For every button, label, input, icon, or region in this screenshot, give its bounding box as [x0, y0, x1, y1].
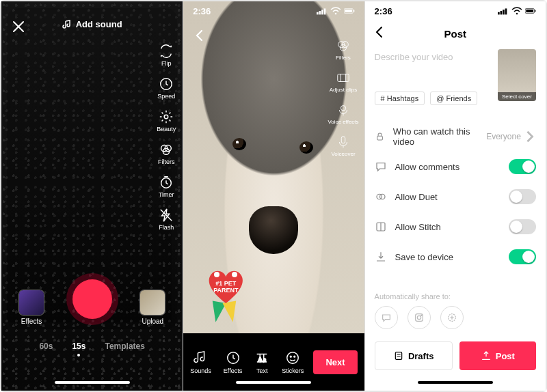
status-bar: 2:36: [183, 1, 364, 20]
plus-circle-icon: [446, 312, 457, 323]
share-more-button[interactable]: [440, 306, 464, 329]
battery-icon: [525, 7, 536, 15]
flash-button[interactable]: Flash: [159, 208, 174, 231]
svg-rect-34: [377, 136, 382, 140]
drafts-label: Drafts: [408, 351, 434, 361]
friends-label: @ Friends: [436, 94, 471, 102]
privacy-value: Everyone: [486, 130, 536, 143]
tab-templates[interactable]: Templates: [105, 341, 144, 356]
tab-15s[interactable]: 15s: [72, 341, 85, 356]
preview-side-tools: Filters Adjust clips Voice effects Voice…: [328, 38, 358, 157]
save-toggle[interactable]: [509, 249, 536, 264]
flip-button[interactable]: Flip: [159, 44, 174, 67]
voice-effects-label: Voice effects: [328, 119, 358, 125]
preview-screen: 2:36 Filters Adjust clips Voice effects …: [183, 1, 364, 391]
speed-label: Speed: [157, 93, 175, 100]
voice-effects-button[interactable]: Voice effects: [328, 102, 358, 125]
filters-label: Filters: [158, 158, 175, 165]
post-settings: Who can watch this video Everyone Allow …: [375, 122, 536, 272]
timer-button[interactable]: Timer: [159, 175, 174, 198]
svg-rect-13: [345, 10, 352, 12]
effects-icon: [19, 290, 44, 315]
message-icon: [381, 312, 392, 323]
flash-label: Flash: [159, 224, 174, 231]
preview-filters-label: Filters: [336, 55, 351, 61]
effects-button[interactable]: Effects: [19, 290, 44, 325]
upload-label: Upload: [142, 318, 163, 325]
speed-button[interactable]: Speed: [157, 76, 175, 100]
svg-rect-9: [321, 10, 323, 14]
comments-toggle[interactable]: [509, 159, 536, 174]
svg-rect-32: [526, 10, 533, 12]
home-indicator[interactable]: [55, 381, 130, 384]
caption-placeholder: Describe your video: [375, 52, 453, 62]
svg-rect-20: [341, 137, 345, 143]
svg-point-40: [421, 315, 421, 316]
text-button[interactable]: AaText: [254, 350, 269, 374]
close-button[interactable]: [12, 20, 25, 36]
wifi-icon: [330, 7, 341, 15]
status-time: 2:36: [193, 6, 211, 16]
post-icon: [481, 350, 492, 361]
drafts-button[interactable]: Drafts: [375, 341, 453, 370]
hashtags-chip[interactable]: # Hashtags: [375, 92, 425, 105]
adjust-clips-button[interactable]: Adjust clips: [330, 70, 357, 93]
duration-tabs: 60s 15s Templates: [1, 341, 183, 356]
svg-rect-42: [395, 352, 401, 360]
friends-chip[interactable]: @ Friends: [430, 92, 477, 105]
instagram-icon: [414, 312, 425, 323]
status-icons: [317, 7, 355, 15]
svg-rect-14: [353, 10, 354, 12]
add-sound-button[interactable]: Add sound: [62, 19, 122, 29]
upload-button[interactable]: Upload: [140, 290, 165, 325]
camera-bottom-row: Effects Upload: [1, 290, 183, 325]
back-button[interactable]: [193, 29, 206, 45]
home-indicator[interactable]: [236, 381, 311, 384]
comments-row: Allow comments: [375, 152, 536, 182]
status-bar: 2:36: [365, 1, 546, 20]
filters-button[interactable]: Filters: [158, 142, 175, 165]
stitch-toggle[interactable]: [509, 219, 536, 234]
share-instagram-button[interactable]: [408, 306, 431, 329]
svg-rect-33: [535, 10, 535, 12]
stickers-label: Stickers: [282, 367, 304, 374]
preview-effects-button[interactable]: Effects: [224, 350, 242, 374]
svg-rect-27: [500, 11, 502, 14]
cover-selector[interactable]: Select cover: [498, 49, 536, 101]
svg-point-39: [417, 316, 421, 319]
pet-parent-sticker[interactable]: #1 PET PARENT: [198, 257, 253, 322]
svg-point-36: [379, 194, 385, 199]
next-button[interactable]: Next: [313, 350, 357, 374]
share-message-button[interactable]: [375, 306, 398, 329]
timer-label: Timer: [159, 191, 174, 198]
effects-label: Effects: [21, 318, 42, 325]
preview-effects-label: Effects: [224, 367, 242, 374]
stickers-button[interactable]: Stickers: [282, 350, 304, 374]
post-screen: 2:36 Post Describe your video Select cov…: [364, 1, 546, 391]
drafts-icon: [393, 350, 404, 361]
privacy-row[interactable]: Who can watch this video Everyone: [375, 122, 536, 152]
tab-60s[interactable]: 60s: [39, 341, 53, 356]
download-icon: [375, 251, 387, 263]
voiceover-button[interactable]: Voiceover: [331, 135, 355, 157]
back-button[interactable]: [373, 26, 386, 41]
status-icons: [498, 7, 536, 15]
post-label: Post: [496, 351, 515, 361]
post-actions: Drafts Post: [375, 341, 536, 370]
svg-point-25: [294, 356, 295, 357]
stitch-icon: [375, 221, 387, 233]
beauty-label: Beauty: [157, 126, 176, 132]
beauty-button[interactable]: Beauty: [157, 109, 176, 132]
comments-label: Allow comments: [395, 162, 460, 172]
svg-point-11: [334, 13, 336, 15]
svg-rect-26: [498, 12, 500, 15]
home-indicator[interactable]: [418, 381, 493, 384]
sounds-label: Sounds: [190, 367, 211, 374]
preview-filters-button[interactable]: Filters: [336, 38, 351, 61]
comment-icon: [375, 160, 387, 173]
dog-nose: [249, 206, 298, 254]
lock-icon: [375, 130, 385, 143]
sounds-button[interactable]: Sounds: [190, 350, 211, 374]
duet-toggle[interactable]: [509, 189, 536, 204]
post-button[interactable]: Post: [459, 341, 536, 370]
